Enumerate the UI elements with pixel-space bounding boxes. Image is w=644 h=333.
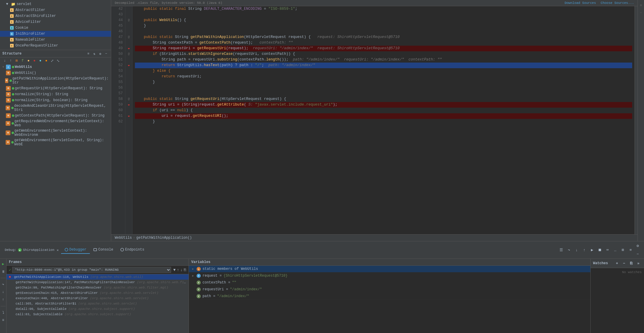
frame-item-7[interactable]: call:83, SubjectCallable (org.apache.shi…: [7, 312, 189, 317]
filter-red-icon[interactable]: ●: [32, 58, 37, 63]
struct-item-getrequiredweb[interactable]: m getRequiredWebEnvironment(ServletConte…: [0, 119, 111, 128]
tab-console[interactable]: Console: [90, 246, 117, 254]
tree-item-cookie[interactable]: I Cookie: [0, 25, 111, 31]
struct-item-normalize1[interactable]: m normalize(String): String: [0, 91, 111, 97]
choose-sources-link[interactable]: Choose Sources...: [601, 1, 634, 5]
watches-header: Watches + − ⎘ »: [591, 259, 644, 268]
filter-expand-icon[interactable]: ⤢: [50, 58, 55, 63]
filter-orange-icon[interactable]: ●: [44, 58, 49, 63]
toolbar-settings2-btn[interactable]: ≡: [627, 247, 634, 253]
more-watch-btn[interactable]: »: [635, 260, 642, 267]
tab-console-label: Console: [98, 248, 113, 252]
code-area[interactable]: 42 43 44 45 46 47 48 49 50 51 52 53 54 5…: [111, 6, 637, 234]
toolbar-grid-btn[interactable]: ⊞: [620, 247, 626, 253]
frame-item-5[interactable]: call:365, AbstractShiroFilter$1 (org.apa…: [7, 301, 189, 306]
thread-copy-btn[interactable]: ⎘: [184, 268, 186, 272]
step-into-btn[interactable]: ↓: [1, 289, 6, 295]
expand-icon[interactable]: ▶: [191, 267, 195, 271]
frame-item-1[interactable]: getPathWithinApplication:147, PathMatchi…: [7, 280, 189, 285]
minimize-debug-btn[interactable]: −: [635, 251, 641, 257]
struct-item-decoderequeststring[interactable]: m decodeRequestString(HttpServletRequest…: [0, 147, 111, 148]
vertical-scrollbar[interactable]: [635, 6, 637, 234]
pause-btn[interactable]: ⏸: [1, 269, 6, 274]
settings-btn[interactable]: ⚙: [98, 51, 103, 56]
frame-item-2[interactable]: getChain:99, PathMatchingFilterChainReso…: [7, 285, 189, 290]
debug-app[interactable]: ▶ ShiroApplication: [18, 248, 55, 252]
sort-visibility-btn[interactable]: ⇅: [92, 51, 97, 56]
var-item-static[interactable]: ▶ s static members of WebUtils: [189, 266, 590, 273]
filter-yellow-icon[interactable]: ●: [26, 58, 31, 63]
tree-item-onceprrequestfilter[interactable]: C OncePerRequestFilter: [0, 43, 111, 49]
struct-item-getcontextpath[interactable]: m getContextPath(HttpServletRequest): St…: [0, 113, 111, 119]
frame-method-label: getPathWithinApplication:116, WebUtils: [14, 275, 90, 279]
close-debug-tab[interactable]: ✕: [57, 248, 59, 252]
svg-text:C: C: [8, 66, 9, 68]
tree-item-nameablefilter[interactable]: C NameableFilter: [0, 37, 111, 43]
settings-debug-btn[interactable]: ⚙: [635, 243, 641, 249]
resume-btn[interactable]: ▶: [1, 261, 6, 267]
var-item-requesturi[interactable]: ▶ f requestUri = "/admin/index/": [189, 286, 590, 293]
struct-item-normalize2[interactable]: m normalize(String, boolean): String: [0, 97, 111, 103]
settings-icon[interactable]: ⚙: [638, 2, 644, 8]
breadcrumb-webutils[interactable]: WebUtils: [115, 236, 132, 240]
var-item-path[interactable]: ▶ f path = "/admin/index/": [189, 293, 590, 300]
code-content[interactable]: public static final String DEFAULT_CHARA…: [133, 6, 635, 234]
step-out-btn[interactable]: ↑: [1, 297, 6, 302]
copy-watch-btn[interactable]: ⎘: [628, 260, 635, 267]
frame-item-3[interactable]: getExecutionChain:415, AbstractShiroFilt…: [7, 290, 189, 296]
tree-item-advicefilter[interactable]: C AdviceFilter: [0, 19, 111, 25]
toolbar-list-btn[interactable]: ☰: [558, 247, 565, 253]
expand-icon[interactable]: ▶: [191, 274, 195, 278]
frame-item-0[interactable]: ■ getPathWithinApplication:116, WebUtils…: [7, 274, 189, 280]
toolbar-step-into-btn[interactable]: ↓: [573, 247, 580, 253]
toolbar-more-btn[interactable]: …: [612, 247, 619, 253]
filter-up-icon[interactable]: ↑: [8, 58, 13, 63]
struct-item-decodeandclean[interactable]: m decodeAndCleanUriString(HttpServletReq…: [0, 103, 111, 113]
toolbar-stop-btn[interactable]: ⏹: [597, 247, 603, 253]
struct-item-getwebenv2[interactable]: m getWebEnvironment(ServletContext, Stri…: [0, 138, 111, 147]
struct-item-getwebenv1[interactable]: m getWebEnvironment(ServletContext): Web…: [0, 128, 111, 138]
sort-alpha-btn[interactable]: ≡: [86, 51, 91, 56]
svg-text:I: I: [11, 27, 13, 29]
var-item-contextpath[interactable]: ▶ f contextPath = "": [189, 279, 590, 286]
thread-dropdown[interactable]: "http-nio-8080-exec-1"@5,433 in group "m…: [12, 267, 171, 273]
struct-item-getrequesturi[interactable]: m getRequestUri(HttpServletRequest): Str…: [0, 85, 111, 91]
close-structure-btn[interactable]: −: [104, 51, 109, 56]
tab-debugger[interactable]: Debugger: [61, 246, 90, 254]
tree-item-inishirofilter[interactable]: C IniShiroFilter: [0, 31, 111, 37]
struct-item-getpathwithinapp[interactable]: m getPathWithinApplication(HttpServletRe…: [0, 76, 111, 85]
toolbar-step-out-btn[interactable]: ↑: [581, 247, 588, 253]
remove-watch-btn[interactable]: −: [621, 260, 627, 267]
frame-item-4[interactable]: executeChain:448, AbstractShiroFilter (o…: [7, 296, 189, 301]
minimize-icon[interactable]: −: [638, 10, 644, 15]
filter-field-icon[interactable]: f: [20, 58, 25, 63]
tree-item-servlet[interactable]: ▼ 📁 servlet: [0, 1, 111, 7]
breadcrumb-method[interactable]: getPathWithinApplication(): [136, 236, 192, 240]
filter-collapse-icon[interactable]: ⤡: [56, 58, 60, 63]
svg-text:C: C: [11, 39, 13, 41]
toolbar-evaluate-btn[interactable]: ⌨: [604, 247, 611, 253]
run-to-cursor-btn[interactable]: ⤵: [1, 310, 6, 315]
var-item-request[interactable]: ▶ f request = {ShiroHttpServletRequest@5…: [189, 273, 590, 279]
struct-item-webutils-constructor[interactable]: m WebUtils(): [0, 70, 111, 76]
thread-up-btn[interactable]: ↑: [177, 268, 179, 272]
class-icon: C: [9, 8, 14, 12]
thread-down-btn[interactable]: ↓: [180, 268, 183, 272]
frame-item-6[interactable]: doCall:90, SubjectCallable (org.apache.s…: [7, 306, 189, 312]
toolbar-resume-btn[interactable]: ▶: [589, 247, 595, 253]
filter-down-icon[interactable]: ↓: [2, 58, 7, 63]
evaluate-btn[interactable]: ≡: [1, 318, 6, 323]
watches-title: Watches: [593, 261, 608, 265]
filter-method-icon[interactable]: m: [14, 58, 19, 63]
toolbar-step-over-btn[interactable]: ↷: [566, 247, 572, 253]
filter-circle-icon[interactable]: ●: [38, 58, 43, 63]
svg-point-18: [65, 248, 68, 251]
tab-endpoints[interactable]: Endpoints: [117, 246, 148, 254]
add-watch-btn[interactable]: +: [614, 260, 620, 267]
step-over-btn[interactable]: ↷: [1, 282, 6, 287]
thread-filter-btn[interactable]: ▼: [173, 268, 176, 272]
download-sources-link[interactable]: Download Sources: [565, 1, 596, 5]
tree-item-abstractshirofilter[interactable]: C AbstractShiroFilter: [0, 13, 111, 19]
struct-item-webutils-class[interactable]: ▼ C WebUtils: [0, 64, 111, 70]
tree-item-abstractfilter[interactable]: C AbstractFilter: [0, 7, 111, 13]
